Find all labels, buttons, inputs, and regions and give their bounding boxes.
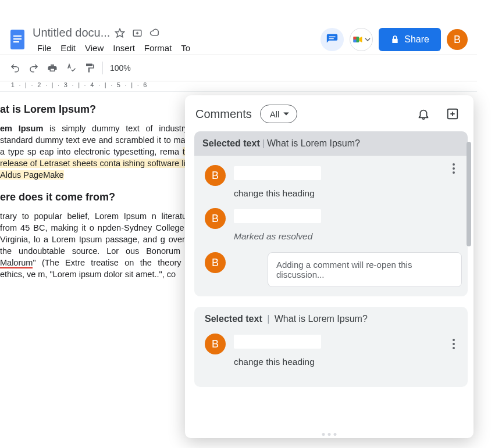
meet-button[interactable] bbox=[350, 28, 373, 51]
comments-filter-chip[interactable]: All bbox=[260, 105, 298, 123]
print-button[interactable] bbox=[43, 59, 62, 77]
comment-thread[interactable]: Selected text|What is Lorem Ipsum? B cha… bbox=[194, 131, 468, 296]
open-comments-button[interactable] bbox=[321, 28, 344, 51]
svg-marker-4 bbox=[116, 28, 124, 37]
selected-text-label: Selected text bbox=[202, 138, 260, 148]
header-actions: Share B bbox=[321, 28, 471, 51]
thread-more-button[interactable] bbox=[446, 336, 462, 352]
doc-paragraph-1[interactable]: em Ipsum is simply dummy text of industr… bbox=[0, 123, 194, 181]
svg-marker-9 bbox=[359, 37, 362, 42]
doc-text: trary to popular belief, Lorem Ipsum n l… bbox=[0, 212, 194, 256]
comment-entry: B change this heading bbox=[200, 330, 462, 373]
comment-status-text: Marked as resolved bbox=[234, 228, 462, 248]
account-avatar[interactable]: B bbox=[447, 29, 468, 50]
commenter-avatar: B bbox=[205, 334, 226, 354]
comment-text: change this heading bbox=[234, 185, 462, 205]
share-label: Share bbox=[404, 34, 429, 45]
commenter-name-redacted bbox=[234, 335, 321, 349]
menu-format[interactable]: Format bbox=[140, 42, 177, 54]
redo-button[interactable] bbox=[24, 59, 43, 77]
selected-text-value: What is Lorem Ipsum? bbox=[275, 314, 368, 324]
comment-entry: B Marked as resolved bbox=[200, 205, 462, 248]
filter-label: All bbox=[270, 109, 280, 119]
comments-panel: Comments All Selected text|What is Lorem… bbox=[185, 95, 473, 438]
menubar: File Edit View Insert Format To bbox=[33, 42, 321, 54]
reply-placeholder: Adding a comment will re-open this discu… bbox=[276, 260, 412, 279]
commenter-avatar: B bbox=[205, 165, 226, 186]
commenter-name-redacted bbox=[234, 209, 321, 223]
scrollbar-thumb[interactable] bbox=[467, 142, 471, 246]
svg-rect-2 bbox=[13, 38, 22, 40]
menu-file[interactable]: File bbox=[33, 42, 56, 54]
doc-heading-1[interactable]: at is Lorem Ipsum? bbox=[0, 102, 194, 117]
menu-tools-truncated[interactable]: To bbox=[176, 42, 195, 54]
app-frame: Untitled docu... File Edit View Insert F… bbox=[0, 21, 477, 439]
chevron-down-icon bbox=[283, 110, 290, 117]
comments-title: Comments bbox=[195, 107, 252, 121]
selected-text-bar: Selected text | What is Lorem Ipsum? bbox=[200, 307, 462, 330]
doc-title[interactable]: Untitled docu... bbox=[33, 26, 110, 40]
reply-avatar: B bbox=[205, 252, 226, 273]
paint-format-button[interactable] bbox=[80, 59, 99, 77]
toolbar: 100% bbox=[0, 55, 477, 81]
thread-more-button[interactable] bbox=[446, 160, 462, 177]
panel-resize-handle[interactable] bbox=[322, 433, 337, 436]
doc-bold-span: em Ipsum bbox=[0, 124, 43, 133]
move-icon[interactable] bbox=[130, 26, 145, 41]
menu-view[interactable]: View bbox=[80, 42, 108, 54]
comments-scroll[interactable]: Selected text|What is Lorem Ipsum? B cha… bbox=[185, 131, 473, 438]
selected-text-value: What is Lorem Ipsum? bbox=[267, 138, 360, 148]
document-body[interactable]: at is Lorem Ipsum? em Ipsum is simply du… bbox=[0, 92, 198, 295]
share-button[interactable]: Share bbox=[379, 28, 441, 51]
cloud-status-icon[interactable] bbox=[147, 26, 162, 41]
reply-input[interactable]: Adding a comment will re-open this discu… bbox=[268, 252, 462, 287]
svg-rect-1 bbox=[13, 35, 22, 37]
new-comment-button[interactable] bbox=[442, 103, 463, 124]
commenter-avatar: B bbox=[205, 208, 226, 229]
star-icon[interactable] bbox=[112, 26, 127, 41]
menu-insert[interactable]: Insert bbox=[108, 42, 140, 54]
svg-rect-11 bbox=[354, 40, 357, 42]
doc-heading-2[interactable]: ere does it come from? bbox=[0, 190, 194, 205]
zoom-select[interactable]: 100% bbox=[106, 63, 134, 73]
doc-spell-error: Malorum bbox=[0, 258, 33, 268]
undo-button[interactable] bbox=[6, 59, 24, 77]
docs-logo[interactable] bbox=[7, 26, 28, 53]
comment-entry: B change this heading bbox=[200, 162, 462, 205]
reply-row: B Adding a comment will re-open this dis… bbox=[200, 248, 462, 287]
doc-paragraph-2[interactable]: trary to popular belief, Lorem Ipsum n l… bbox=[0, 210, 194, 280]
svg-rect-7 bbox=[329, 38, 334, 40]
app-header: Untitled docu... File Edit View Insert F… bbox=[0, 21, 477, 55]
comments-panel-header: Comments All bbox=[185, 95, 473, 131]
toolbar-separator bbox=[102, 62, 103, 74]
lock-icon bbox=[390, 35, 400, 44]
spellcheck-button[interactable] bbox=[62, 59, 80, 77]
svg-rect-10 bbox=[354, 37, 357, 40]
svg-rect-6 bbox=[329, 37, 336, 38]
svg-rect-3 bbox=[13, 41, 19, 42]
comment-thread[interactable]: Selected text | What is Lorem Ipsum? B c… bbox=[194, 307, 468, 387]
comment-text: change this heading bbox=[234, 353, 462, 373]
selected-text-label: Selected text bbox=[205, 314, 262, 324]
ruler[interactable]: 1 · | · 2 · | · 3 · | · 4 · | · 5 · | · … bbox=[0, 81, 477, 92]
selected-text-bar: Selected text|What is Lorem Ipsum? bbox=[194, 131, 468, 156]
commenter-name-redacted bbox=[234, 166, 321, 180]
menu-edit[interactable]: Edit bbox=[56, 42, 80, 54]
doc-meta: Untitled docu... File Edit View Insert F… bbox=[33, 26, 321, 54]
notifications-button[interactable] bbox=[413, 103, 434, 124]
